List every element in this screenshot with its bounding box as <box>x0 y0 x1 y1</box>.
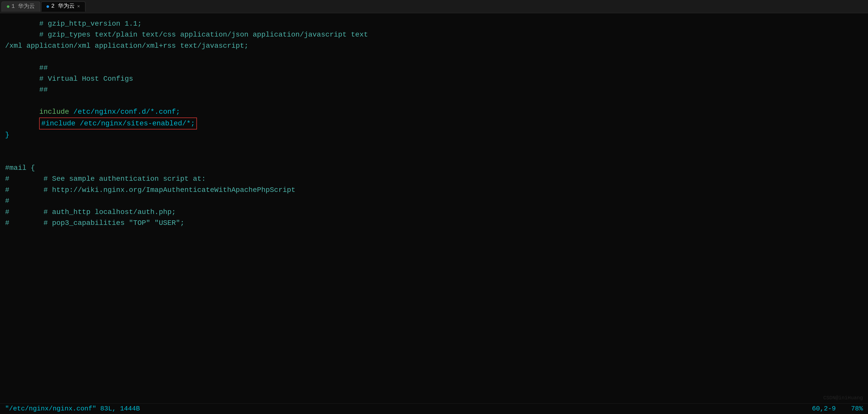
tab-bar: 1 华为云 2 华为云 ✕ <box>0 0 868 13</box>
main-content: # gzip_http_version 1.1; # gzip_types te… <box>0 13 868 403</box>
status-percent: 78% <box>851 404 863 414</box>
code-line-14: #mail { <box>5 163 868 173</box>
code-line-12 <box>5 140 868 151</box>
code-line-6: # Virtual Host Configs <box>5 73 868 84</box>
code-line-10: #include /etc/nginx/sites-enabled/*; <box>5 117 868 130</box>
code-line-17: # <box>5 196 868 206</box>
status-file-info: "/etc/nginx/nginx.conf" 83L, 1444B <box>5 404 140 414</box>
code-line-7: ## <box>5 84 868 95</box>
code-line-3: /xml application/xml application/xml+rss… <box>5 40 868 51</box>
code-line-1: # gzip_http_version 1.1; <box>5 18 868 29</box>
code-line-11: } <box>5 130 868 140</box>
status-right: 60,2-9 78% <box>812 404 863 414</box>
code-line-13 <box>5 151 868 163</box>
code-line-9: include /etc/nginx/conf.d/*.conf; <box>5 106 868 117</box>
watermark: CSDN@iniHuang <box>823 394 863 402</box>
code-line-2: # gzip_types text/plain text/css applica… <box>5 29 868 40</box>
tab-1-label: 1 华为云 <box>11 2 35 11</box>
code-line-18: # # auth_http localhost/auth.php; <box>5 207 868 217</box>
tab-2-label: 2 华为云 <box>51 2 74 11</box>
tab-2-close[interactable]: ✕ <box>77 3 80 10</box>
tab-2-dot <box>46 5 49 8</box>
code-line-8 <box>5 96 868 106</box>
code-line-19: # # pop3_capabilities "TOP" "USER"; <box>5 217 868 229</box>
status-bar: "/etc/nginx/nginx.conf" 83L, 1444B 60,2-… <box>0 403 868 414</box>
code-line-5: ## <box>5 63 868 73</box>
highlighted-include: #include /etc/nginx/sites-enabled/*; <box>39 117 197 130</box>
code-line-16: # # http://wiki.nginx.org/ImapAuthentica… <box>5 184 868 196</box>
code-line-15: # # See sample authentication script at: <box>5 173 868 184</box>
tab-1[interactable]: 1 华为云 <box>2 2 40 12</box>
tab-1-dot <box>7 5 9 8</box>
tab-2[interactable]: 2 华为云 ✕ <box>41 2 85 12</box>
code-line-4 <box>5 51 868 62</box>
status-cursor: 60,2-9 <box>812 404 836 414</box>
